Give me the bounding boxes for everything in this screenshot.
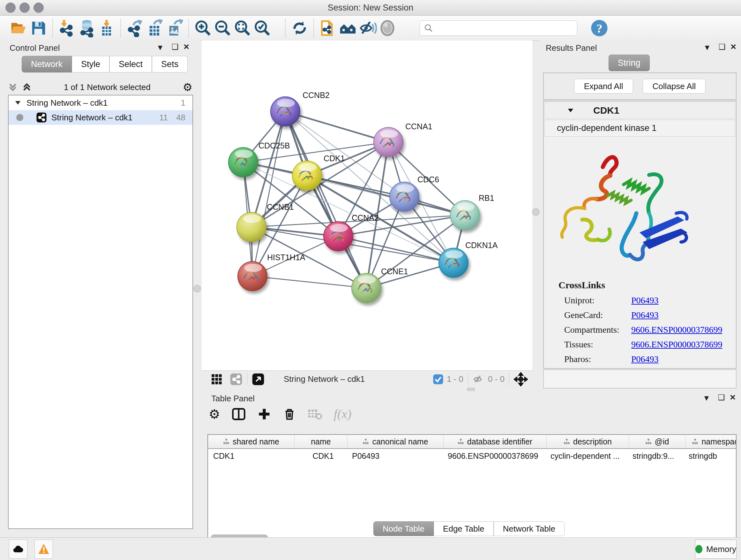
table-cell[interactable]: CDK1 — [208, 451, 294, 461]
import-table-button[interactable] — [97, 18, 117, 38]
add-column-icon[interactable] — [257, 407, 271, 421]
network-node-HIST1H1A[interactable] — [238, 261, 267, 291]
table-panel-collapse-icon[interactable]: ▼ — [703, 394, 711, 402]
network-edge-CCNB2-CCNA1[interactable] — [285, 111, 388, 142]
zoom-fit-button[interactable] — [232, 18, 253, 38]
crosslink-value[interactable]: P06493 — [631, 354, 659, 364]
search-input[interactable] — [433, 23, 562, 33]
table-cell[interactable]: stringdb — [684, 451, 737, 461]
column-header--id[interactable]: @id — [629, 435, 685, 448]
table-cell[interactable]: CDK1 — [294, 451, 347, 461]
gene-expander-icon[interactable] — [567, 107, 574, 114]
network-node-CDC25B[interactable] — [228, 147, 258, 177]
crosslink-value[interactable]: P06493 — [631, 310, 659, 320]
control-panel-close-icon[interactable]: ✕ — [183, 43, 190, 51]
zoom-out-button[interactable] — [213, 18, 232, 38]
tree-expander-icon[interactable] — [14, 99, 21, 106]
control-panel-collapse-icon[interactable]: ▼ — [156, 43, 164, 52]
tab-network-table[interactable]: Network Table — [494, 521, 564, 536]
zoom-in-button[interactable] — [193, 18, 213, 38]
tab-edge-table[interactable]: Edge Table — [434, 521, 494, 536]
apply-layout-button[interactable] — [290, 18, 310, 38]
table-cell[interactable]: 9606.ENSP00000378699 — [443, 451, 545, 461]
table-panel-float-icon[interactable]: ❑ — [718, 393, 725, 402]
tab-network[interactable]: Network — [22, 56, 72, 72]
collapse-all-icon[interactable] — [8, 82, 17, 92]
results-panel-collapse-icon[interactable]: ▼ — [703, 43, 711, 52]
crosslink-label: Tissues: — [558, 339, 631, 350]
column-header-namespace[interactable]: namespace — [685, 435, 737, 448]
results-panel-float-icon[interactable]: ❑ — [719, 43, 726, 51]
column-header-name[interactable]: name — [294, 435, 347, 448]
cloud-button[interactable] — [9, 540, 27, 559]
pan-crosshair-icon[interactable] — [514, 372, 528, 386]
network-node-CCNE1[interactable] — [352, 273, 381, 303]
table-options-gear-icon[interactable]: ⚙ — [209, 407, 220, 422]
string-sphere-button[interactable] — [378, 18, 397, 38]
tab-select[interactable]: Select — [110, 56, 152, 72]
selected-checkbox-icon[interactable] — [433, 374, 444, 385]
expand-all-icon[interactable] — [22, 82, 31, 92]
detach-view-icon[interactable] — [252, 373, 265, 386]
network-node-CCNA2[interactable] — [324, 222, 353, 251]
network-edge-CCNB2-HIST1H1A[interactable] — [253, 111, 285, 276]
column-header-database-identifier[interactable]: database identifier — [444, 435, 547, 448]
table-cell[interactable]: stringdb:9... — [627, 451, 684, 461]
tab-node-table[interactable]: Node Table — [374, 521, 434, 536]
network-graphic-icon[interactable] — [230, 373, 243, 386]
string-glass-button[interactable] — [358, 18, 378, 38]
import-network-file-button[interactable] — [57, 18, 77, 38]
network-tree-child-row[interactable]: String Network – cdk1 11 48 — [9, 110, 192, 125]
table-cell[interactable]: cyclin-dependent ... — [545, 451, 627, 461]
right-splitter-handle[interactable] — [532, 208, 540, 216]
gene-section-header[interactable]: CDK1 — [544, 102, 735, 119]
table-row[interactable]: CDK1CDK1P064939606.ENSP00000378699cyclin… — [208, 449, 736, 463]
results-panel-close-icon[interactable]: ✕ — [730, 43, 737, 51]
birdseye-grid-icon[interactable] — [211, 373, 223, 385]
open-session-button[interactable] — [9, 18, 29, 38]
string-import-button[interactable] — [318, 18, 338, 38]
table-cell[interactable]: P06493 — [347, 451, 443, 461]
column-header-shared-name[interactable]: shared name — [208, 435, 294, 448]
network-view-canvas[interactable]: CCNB2 CCNA1 CDC25B — [202, 41, 532, 370]
crosslink-value[interactable]: 9606.ENSP00000378699 — [631, 339, 722, 350]
help-button[interactable]: ? — [590, 18, 609, 38]
network-tree-root-row[interactable]: String Network – cdk1 1 — [9, 96, 192, 110]
hidden-eye-icon[interactable] — [473, 373, 485, 385]
save-session-button[interactable] — [29, 18, 49, 38]
expand-all-button[interactable]: Expand All — [574, 79, 633, 94]
search-box[interactable] — [420, 20, 577, 36]
network-node-CDK1[interactable] — [292, 161, 322, 190]
results-scrollbar-track[interactable] — [543, 369, 737, 388]
column-header-description[interactable]: description — [547, 435, 629, 448]
left-splitter-handle[interactable] — [193, 285, 201, 293]
network-options-gear-icon[interactable]: ⚙ — [183, 81, 192, 94]
show-columns-icon[interactable] — [232, 407, 246, 421]
export-table-button[interactable] — [145, 18, 165, 38]
network-node-RB1[interactable] — [450, 200, 480, 230]
crosslink-value[interactable]: 9606.ENSP00000378699 — [631, 325, 722, 335]
string-home-button[interactable] — [338, 18, 358, 38]
network-node-CCNB2[interactable] — [271, 97, 300, 126]
export-network-button[interactable] — [125, 18, 145, 38]
delete-column-icon[interactable] — [283, 407, 296, 421]
tab-sets[interactable]: Sets — [152, 56, 188, 72]
warnings-button[interactable] — [35, 540, 53, 559]
network-graph[interactable]: CCNB2 CCNA1 CDC25B — [202, 41, 532, 370]
tab-string[interactable]: String — [609, 55, 650, 71]
tab-style[interactable]: Style — [72, 56, 110, 72]
import-network-database-button[interactable] — [77, 18, 97, 38]
control-panel-float-icon[interactable]: ❑ — [172, 43, 179, 51]
network-node-CDC6[interactable] — [390, 182, 419, 211]
column-header-canonical-name[interactable]: canonical name — [347, 435, 444, 448]
table-panel-close-icon[interactable]: ✕ — [730, 393, 736, 402]
network-node-CCNA1[interactable] — [374, 127, 403, 157]
zoom-selected-button[interactable] — [253, 18, 272, 38]
export-image-button[interactable] — [165, 18, 185, 38]
memory-button[interactable]: Memory — [695, 540, 737, 559]
collapse-all-button[interactable]: Collapse All — [643, 79, 706, 94]
network-node-CDKN1A[interactable] — [439, 248, 468, 277]
network-node-CCNB1[interactable] — [237, 212, 266, 242]
network-edge-HIST1H1A-CCNE1[interactable] — [253, 276, 366, 288]
crosslink-value[interactable]: P06493 — [631, 295, 659, 306]
